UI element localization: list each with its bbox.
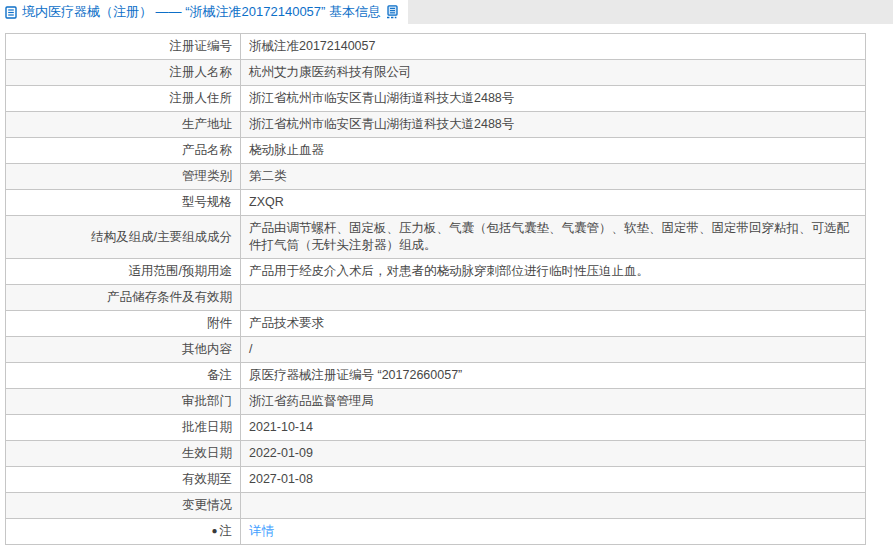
row-label: 注册证编号 <box>6 34 241 60</box>
bulb-icon: ● <box>211 522 217 539</box>
table-row: 适用范围/预期用途产品用于经皮介入术后，对患者的桡动脉穿刺部位进行临时性压迫止血… <box>6 259 866 285</box>
row-value: 浙江省杭州市临安区青山湖街道科技大道2488号 <box>241 112 866 138</box>
row-label: 产品储存条件及有效期 <box>6 285 241 311</box>
row-value: 产品由调节螺杆、固定板、压力板、气囊（包括气囊垫、气囊管）、软垫、固定带、固定带… <box>241 216 866 259</box>
table-row: 产品储存条件及有效期 <box>6 285 866 311</box>
row-label: 变更情况 <box>6 493 241 519</box>
row-label: 备注 <box>6 363 241 389</box>
row-value: 2027-01-08 <box>241 467 866 493</box>
row-value: / <box>241 337 866 363</box>
table-row: 产品名称桡动脉止血器 <box>6 138 866 164</box>
row-value: 浙江省杭州市临安区青山湖街道科技大道2488号 <box>241 86 866 112</box>
row-label: 产品名称 <box>6 138 241 164</box>
row-label: 审批部门 <box>6 389 241 415</box>
row-label: 附件 <box>6 311 241 337</box>
table-row: ●注详情 <box>6 519 866 545</box>
row-label: ●注 <box>6 519 241 545</box>
table-row: 备注原医疗器械注册证编号 “20172660057” <box>6 363 866 389</box>
row-label: 结构及组成/主要组成成分 <box>6 216 241 259</box>
table-row: 审批部门浙江省药品监督管理局 <box>6 389 866 415</box>
row-label: 注册人住所 <box>6 86 241 112</box>
page-title: 境内医疗器械（注册） —— “浙械注准20172140057” 基本信息 <box>22 0 381 24</box>
table-row: 有效期至2027-01-08 <box>6 467 866 493</box>
details-link[interactable]: 详情 <box>249 524 274 538</box>
table-row: 注册人名称杭州艾力康医药科技有限公司 <box>6 60 866 86</box>
row-label: 其他内容 <box>6 337 241 363</box>
row-label: 生产地址 <box>6 112 241 138</box>
table-row: 注册证编号浙械注准20172140057 <box>6 34 866 60</box>
row-label: 有效期至 <box>6 467 241 493</box>
row-value <box>241 493 866 519</box>
table-row: 附件产品技术要求 <box>6 311 866 337</box>
row-label: 注册人名称 <box>6 60 241 86</box>
row-value: 浙江省药品监督管理局 <box>241 389 866 415</box>
content-area: 注册证编号浙械注准20172140057注册人名称杭州艾力康医药科技有限公司注册… <box>0 24 893 545</box>
row-label: 生效日期 <box>6 441 241 467</box>
row-value: 原医疗器械注册证编号 “20172660057” <box>241 363 866 389</box>
table-row: 型号规格ZXQR <box>6 190 866 216</box>
form-icon <box>386 5 399 19</box>
row-value: 桡动脉止血器 <box>241 138 866 164</box>
row-value: 2022-01-09 <box>241 441 866 467</box>
row-value: 2021-10-14 <box>241 415 866 441</box>
table-row: 变更情况 <box>6 493 866 519</box>
row-value: 第二类 <box>241 164 866 190</box>
row-label: 管理类别 <box>6 164 241 190</box>
table-row: 结构及组成/主要组成成分产品由调节螺杆、固定板、压力板、气囊（包括气囊垫、气囊管… <box>6 216 866 259</box>
row-label: 适用范围/预期用途 <box>6 259 241 285</box>
row-value: 产品用于经皮介入术后，对患者的桡动脉穿刺部位进行临时性压迫止血。 <box>241 259 866 285</box>
tab-bar: 境内医疗器械（注册） —— “浙械注准20172140057” 基本信息 <box>0 0 893 24</box>
table-row: 生产地址浙江省杭州市临安区青山湖街道科技大道2488号 <box>6 112 866 138</box>
tab-basic-info[interactable]: 境内医疗器械（注册） —— “浙械注准20172140057” 基本信息 <box>0 0 408 24</box>
table-row: 其他内容/ <box>6 337 866 363</box>
row-label: 型号规格 <box>6 190 241 216</box>
row-value <box>241 285 866 311</box>
info-table-body: 注册证编号浙械注准20172140057注册人名称杭州艾力康医药科技有限公司注册… <box>6 34 866 545</box>
row-value: 浙械注准20172140057 <box>241 34 866 60</box>
row-value: 详情 <box>241 519 866 545</box>
table-row: 管理类别第二类 <box>6 164 866 190</box>
row-value: ZXQR <box>241 190 866 216</box>
table-row: 生效日期2022-01-09 <box>6 441 866 467</box>
table-row: 批准日期2021-10-14 <box>6 415 866 441</box>
table-row: 注册人住所浙江省杭州市临安区青山湖街道科技大道2488号 <box>6 86 866 112</box>
document-icon <box>5 6 17 19</box>
row-label: 批准日期 <box>6 415 241 441</box>
info-table: 注册证编号浙械注准20172140057注册人名称杭州艾力康医药科技有限公司注册… <box>5 33 866 545</box>
row-value: 杭州艾力康医药科技有限公司 <box>241 60 866 86</box>
row-value: 产品技术要求 <box>241 311 866 337</box>
